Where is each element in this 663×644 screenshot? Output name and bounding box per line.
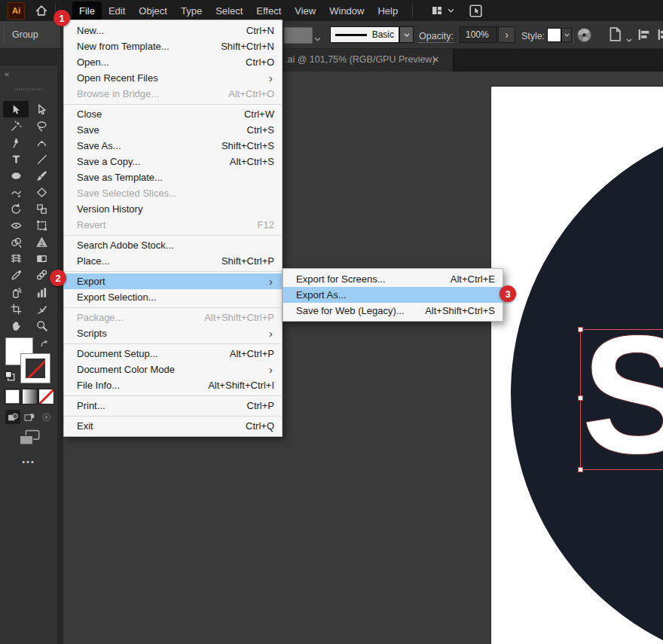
graphic-style-swatch[interactable]	[547, 28, 561, 42]
file-menu-item-print[interactable]: Print...Ctrl+P	[64, 398, 282, 414]
menubar-item-file[interactable]: File	[72, 2, 102, 20]
menubar-item-object[interactable]: Object	[132, 2, 174, 20]
tool-line-segment[interactable]	[29, 151, 54, 167]
file-menu-item-document-color-mode[interactable]: Document Color Mode›	[64, 362, 282, 377]
style-dropdown-chevron-icon[interactable]	[561, 28, 572, 42]
file-menu-item-export-selection[interactable]: Export Selection...	[64, 289, 282, 305]
file-menu-item-new-from-template[interactable]: New from Template...Shift+Ctrl+N	[64, 38, 282, 54]
tool-perspective-grid[interactable]	[29, 234, 54, 251]
menubar-item-window[interactable]: Window	[322, 2, 371, 20]
screen-mode-icon[interactable]	[18, 429, 41, 450]
chevron-down-icon[interactable]	[626, 32, 632, 45]
opacity-input[interactable]: 100%	[460, 26, 497, 43]
menubar-item-help[interactable]: Help	[371, 2, 405, 20]
draw-behind-mode-button[interactable]	[22, 410, 37, 424]
file-menu-item-open-recent-files[interactable]: Open Recent Files›	[64, 70, 282, 86]
swap-fill-stroke-icon[interactable]	[39, 338, 50, 352]
chevron-down-icon[interactable]	[314, 31, 321, 44]
file-menu-item-file-info[interactable]: File Info...Alt+Shift+Ctrl+I	[64, 377, 282, 393]
tool-zoom[interactable]	[29, 317, 54, 334]
file-menu-item-search-adobe-stock[interactable]: Search Adobe Stock...	[64, 237, 282, 253]
menubar-item-type[interactable]: Type	[174, 2, 209, 20]
tool-eyedropper[interactable]	[3, 267, 29, 284]
tool-symbol-sprayer[interactable]	[3, 284, 29, 301]
align-horizontal-center-icon[interactable]	[657, 29, 663, 44]
export-submenu-item-export-as[interactable]: Export As...	[283, 287, 503, 303]
selection-handle-mid-left[interactable]	[578, 395, 583, 401]
align-horizontal-left-icon[interactable]	[637, 29, 650, 44]
export-submenu-item-save-for-web-legacy[interactable]: Save for Web (Legacy)...Alt+Shift+Ctrl+S	[283, 303, 503, 319]
tool-column-graph[interactable]	[29, 284, 54, 301]
file-menu-item-place[interactable]: Place...Shift+Ctrl+P	[64, 253, 282, 269]
file-menu-item-exit[interactable]: ExitCtrl+Q	[64, 418, 282, 434]
tool-ellipse[interactable]	[3, 167, 29, 184]
tool-eraser[interactable]	[29, 184, 54, 200]
tools-drag-handle[interactable]	[14, 88, 43, 90]
selection-handle-top-left[interactable]	[578, 327, 583, 332]
file-menu-item-export[interactable]: Export›	[64, 273, 282, 289]
workspace-switcher-icon[interactable]	[431, 5, 443, 16]
brush-dropdown-chevron-icon[interactable]	[399, 26, 414, 43]
tool-mesh[interactable]	[3, 251, 29, 267]
file-menu-item-close[interactable]: CloseCtrl+W	[64, 106, 282, 122]
tool-selection[interactable]	[3, 101, 29, 118]
draw-inside-mode-button[interactable]	[38, 410, 53, 424]
tool-type[interactable]	[3, 151, 29, 167]
file-menu-item-save-as[interactable]: Save As...Shift+Ctrl+S	[64, 138, 282, 154]
file-menu-item-save[interactable]: SaveCtrl+S	[64, 122, 282, 138]
collapse-panel-button[interactable]: «	[5, 69, 10, 78]
tool-gradient[interactable]	[29, 251, 54, 267]
tool-width[interactable]	[3, 218, 29, 234]
tool-curvature[interactable]	[29, 134, 54, 151]
menubar-item-edit[interactable]: Edit	[102, 2, 132, 20]
tool-shape-builder[interactable]	[3, 234, 29, 251]
slice-icon	[36, 304, 47, 315]
file-menu-item-scripts[interactable]: Scripts›	[64, 325, 282, 341]
tab-close-icon[interactable]: ×	[432, 53, 439, 66]
default-fill-stroke-icon[interactable]	[5, 371, 15, 384]
share-document-icon[interactable]	[469, 5, 482, 17]
tool-direct-selection[interactable]	[29, 101, 54, 118]
gradient-mode-button[interactable]	[22, 389, 38, 404]
menu-item-label: Save as Template...	[77, 172, 163, 183]
file-menu-item-document-setup[interactable]: Document Setup...Alt+Ctrl+P	[64, 346, 282, 362]
shaper-icon	[11, 187, 22, 198]
color-mode-button[interactable]	[5, 389, 20, 404]
tool-slice[interactable]	[29, 301, 54, 317]
variable-width-profile-swatch[interactable]	[284, 27, 313, 44]
tool-artboard[interactable]	[3, 301, 29, 317]
more-tools-button[interactable]: •••	[0, 457, 57, 466]
menubar-item-view[interactable]: View	[288, 2, 322, 20]
stroke-color-swatch-none[interactable]	[21, 354, 50, 383]
opacity-label[interactable]: Opacity:	[419, 31, 454, 43]
home-icon[interactable]	[35, 5, 47, 17]
file-menu-item-save-as-template[interactable]: Save as Template...	[64, 169, 282, 185]
export-submenu-item-export-for-screens[interactable]: Export for Screens...Alt+Ctrl+E	[283, 271, 503, 287]
tool-lasso[interactable]	[29, 118, 54, 134]
panel-drag-handle[interactable]	[3, 26, 6, 43]
chevron-down-icon[interactable]	[448, 8, 454, 13]
tool-hand[interactable]	[3, 317, 29, 334]
shape-builder-icon	[11, 237, 22, 248]
none-mode-button[interactable]	[38, 389, 54, 404]
tool-rotate[interactable]	[3, 201, 29, 218]
document-setup-icon[interactable]	[607, 26, 622, 45]
tool-shaper[interactable]	[3, 184, 29, 200]
tool-paintbrush[interactable]	[29, 167, 54, 184]
brush-definition-dropdown[interactable]: Basic	[330, 26, 399, 43]
tool-pen[interactable]	[3, 134, 29, 151]
recolor-artwork-icon[interactable]	[577, 28, 591, 42]
file-menu-item-open[interactable]: Open...Ctrl+O	[64, 54, 282, 70]
selection-handle-bottom-left[interactable]	[578, 467, 583, 472]
submenu-arrow-icon: ›	[269, 364, 273, 375]
tool-magic-wand[interactable]	[3, 118, 29, 134]
file-menu-item-save-a-copy[interactable]: Save a Copy...Alt+Ctrl+S	[64, 154, 282, 169]
opacity-dropdown-chevron[interactable]: ›	[498, 26, 515, 43]
tool-free-transform[interactable]	[29, 218, 54, 234]
tool-scale[interactable]	[29, 201, 54, 218]
draw-normal-mode-button[interactable]	[5, 410, 20, 424]
menubar-item-select[interactable]: Select	[209, 2, 249, 20]
file-menu-item-new[interactable]: New...Ctrl+N	[64, 23, 282, 38]
menubar-item-effect[interactable]: Effect	[249, 2, 288, 20]
file-menu-item-version-history[interactable]: Version History	[64, 201, 282, 217]
